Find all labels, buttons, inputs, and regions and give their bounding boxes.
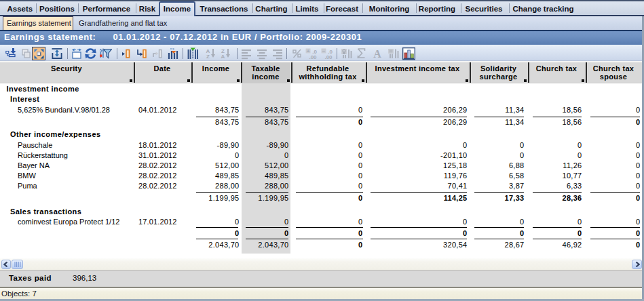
- svg-text:A: A: [221, 54, 225, 59]
- svg-text:.00: .00: [309, 54, 317, 60]
- svg-text:Z: Z: [206, 54, 210, 59]
- svg-text:A: A: [373, 48, 381, 59]
- svg-text:.00: .00: [324, 54, 333, 60]
